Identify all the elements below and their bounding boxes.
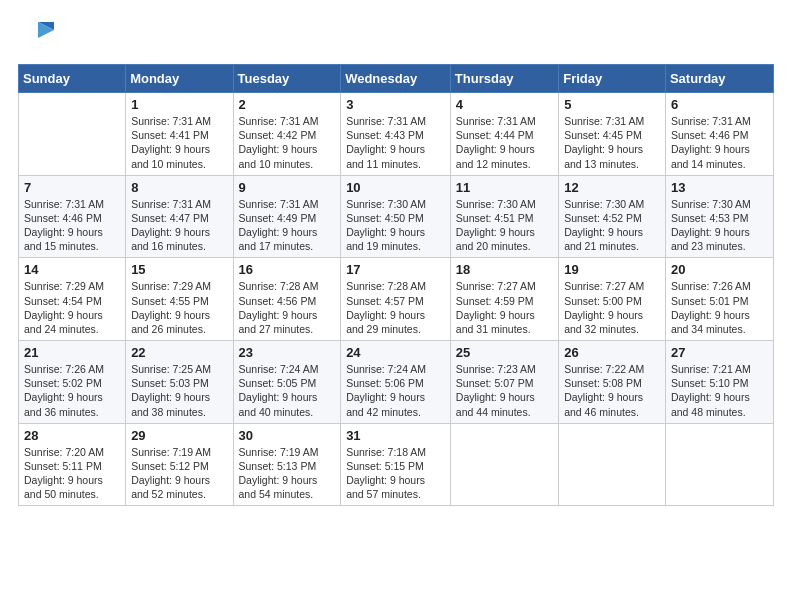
col-header-monday: Monday bbox=[126, 65, 233, 93]
day-info: Sunrise: 7:29 AMSunset: 4:54 PMDaylight:… bbox=[24, 279, 120, 336]
calendar-cell: 27Sunrise: 7:21 AMSunset: 5:10 PMDayligh… bbox=[665, 341, 773, 424]
day-number: 30 bbox=[239, 428, 336, 443]
calendar-cell: 17Sunrise: 7:28 AMSunset: 4:57 PMDayligh… bbox=[341, 258, 451, 341]
day-info: Sunrise: 7:20 AMSunset: 5:11 PMDaylight:… bbox=[24, 445, 120, 502]
day-number: 2 bbox=[239, 97, 336, 112]
week-row-3: 14Sunrise: 7:29 AMSunset: 4:54 PMDayligh… bbox=[19, 258, 774, 341]
header bbox=[18, 18, 774, 54]
calendar-cell: 31Sunrise: 7:18 AMSunset: 5:15 PMDayligh… bbox=[341, 423, 451, 506]
day-number: 20 bbox=[671, 262, 768, 277]
day-info: Sunrise: 7:31 AMSunset: 4:49 PMDaylight:… bbox=[239, 197, 336, 254]
day-info: Sunrise: 7:18 AMSunset: 5:15 PMDaylight:… bbox=[346, 445, 445, 502]
day-number: 19 bbox=[564, 262, 660, 277]
calendar-cell: 26Sunrise: 7:22 AMSunset: 5:08 PMDayligh… bbox=[559, 341, 666, 424]
day-info: Sunrise: 7:30 AMSunset: 4:53 PMDaylight:… bbox=[671, 197, 768, 254]
day-number: 8 bbox=[131, 180, 227, 195]
col-header-sunday: Sunday bbox=[19, 65, 126, 93]
calendar-cell: 23Sunrise: 7:24 AMSunset: 5:05 PMDayligh… bbox=[233, 341, 341, 424]
day-number: 18 bbox=[456, 262, 553, 277]
day-number: 17 bbox=[346, 262, 445, 277]
day-number: 7 bbox=[24, 180, 120, 195]
calendar-cell: 6Sunrise: 7:31 AMSunset: 4:46 PMDaylight… bbox=[665, 93, 773, 176]
day-info: Sunrise: 7:30 AMSunset: 4:52 PMDaylight:… bbox=[564, 197, 660, 254]
day-info: Sunrise: 7:27 AMSunset: 4:59 PMDaylight:… bbox=[456, 279, 553, 336]
calendar-cell bbox=[559, 423, 666, 506]
calendar-cell: 24Sunrise: 7:24 AMSunset: 5:06 PMDayligh… bbox=[341, 341, 451, 424]
calendar-cell: 25Sunrise: 7:23 AMSunset: 5:07 PMDayligh… bbox=[450, 341, 558, 424]
week-row-1: 1Sunrise: 7:31 AMSunset: 4:41 PMDaylight… bbox=[19, 93, 774, 176]
day-number: 12 bbox=[564, 180, 660, 195]
day-info: Sunrise: 7:31 AMSunset: 4:47 PMDaylight:… bbox=[131, 197, 227, 254]
calendar-cell: 7Sunrise: 7:31 AMSunset: 4:46 PMDaylight… bbox=[19, 175, 126, 258]
day-info: Sunrise: 7:31 AMSunset: 4:45 PMDaylight:… bbox=[564, 114, 660, 171]
calendar-cell: 1Sunrise: 7:31 AMSunset: 4:41 PMDaylight… bbox=[126, 93, 233, 176]
week-row-2: 7Sunrise: 7:31 AMSunset: 4:46 PMDaylight… bbox=[19, 175, 774, 258]
calendar-cell: 16Sunrise: 7:28 AMSunset: 4:56 PMDayligh… bbox=[233, 258, 341, 341]
logo bbox=[18, 18, 56, 54]
calendar-cell: 10Sunrise: 7:30 AMSunset: 4:50 PMDayligh… bbox=[341, 175, 451, 258]
day-number: 16 bbox=[239, 262, 336, 277]
day-number: 27 bbox=[671, 345, 768, 360]
calendar-table: SundayMondayTuesdayWednesdayThursdayFrid… bbox=[18, 64, 774, 506]
calendar-cell: 13Sunrise: 7:30 AMSunset: 4:53 PMDayligh… bbox=[665, 175, 773, 258]
calendar-cell: 18Sunrise: 7:27 AMSunset: 4:59 PMDayligh… bbox=[450, 258, 558, 341]
day-info: Sunrise: 7:19 AMSunset: 5:13 PMDaylight:… bbox=[239, 445, 336, 502]
calendar-cell bbox=[665, 423, 773, 506]
calendar-cell: 4Sunrise: 7:31 AMSunset: 4:44 PMDaylight… bbox=[450, 93, 558, 176]
day-number: 21 bbox=[24, 345, 120, 360]
day-info: Sunrise: 7:19 AMSunset: 5:12 PMDaylight:… bbox=[131, 445, 227, 502]
day-number: 4 bbox=[456, 97, 553, 112]
calendar-cell: 29Sunrise: 7:19 AMSunset: 5:12 PMDayligh… bbox=[126, 423, 233, 506]
calendar-cell: 2Sunrise: 7:31 AMSunset: 4:42 PMDaylight… bbox=[233, 93, 341, 176]
calendar-cell: 8Sunrise: 7:31 AMSunset: 4:47 PMDaylight… bbox=[126, 175, 233, 258]
calendar-cell: 21Sunrise: 7:26 AMSunset: 5:02 PMDayligh… bbox=[19, 341, 126, 424]
day-info: Sunrise: 7:31 AMSunset: 4:44 PMDaylight:… bbox=[456, 114, 553, 171]
day-number: 14 bbox=[24, 262, 120, 277]
calendar-cell: 20Sunrise: 7:26 AMSunset: 5:01 PMDayligh… bbox=[665, 258, 773, 341]
page: SundayMondayTuesdayWednesdayThursdayFrid… bbox=[0, 0, 792, 612]
day-info: Sunrise: 7:31 AMSunset: 4:42 PMDaylight:… bbox=[239, 114, 336, 171]
day-info: Sunrise: 7:31 AMSunset: 4:46 PMDaylight:… bbox=[671, 114, 768, 171]
calendar-cell: 28Sunrise: 7:20 AMSunset: 5:11 PMDayligh… bbox=[19, 423, 126, 506]
day-number: 24 bbox=[346, 345, 445, 360]
calendar-cell bbox=[19, 93, 126, 176]
col-header-thursday: Thursday bbox=[450, 65, 558, 93]
day-number: 1 bbox=[131, 97, 227, 112]
day-info: Sunrise: 7:29 AMSunset: 4:55 PMDaylight:… bbox=[131, 279, 227, 336]
calendar-cell: 19Sunrise: 7:27 AMSunset: 5:00 PMDayligh… bbox=[559, 258, 666, 341]
day-info: Sunrise: 7:31 AMSunset: 4:43 PMDaylight:… bbox=[346, 114, 445, 171]
col-header-saturday: Saturday bbox=[665, 65, 773, 93]
day-info: Sunrise: 7:30 AMSunset: 4:50 PMDaylight:… bbox=[346, 197, 445, 254]
day-number: 25 bbox=[456, 345, 553, 360]
calendar-cell: 3Sunrise: 7:31 AMSunset: 4:43 PMDaylight… bbox=[341, 93, 451, 176]
day-info: Sunrise: 7:24 AMSunset: 5:05 PMDaylight:… bbox=[239, 362, 336, 419]
calendar-cell: 30Sunrise: 7:19 AMSunset: 5:13 PMDayligh… bbox=[233, 423, 341, 506]
day-number: 6 bbox=[671, 97, 768, 112]
day-number: 23 bbox=[239, 345, 336, 360]
calendar-cell: 9Sunrise: 7:31 AMSunset: 4:49 PMDaylight… bbox=[233, 175, 341, 258]
day-number: 5 bbox=[564, 97, 660, 112]
day-number: 3 bbox=[346, 97, 445, 112]
day-number: 28 bbox=[24, 428, 120, 443]
calendar-cell: 15Sunrise: 7:29 AMSunset: 4:55 PMDayligh… bbox=[126, 258, 233, 341]
col-header-friday: Friday bbox=[559, 65, 666, 93]
day-number: 13 bbox=[671, 180, 768, 195]
day-info: Sunrise: 7:21 AMSunset: 5:10 PMDaylight:… bbox=[671, 362, 768, 419]
day-number: 31 bbox=[346, 428, 445, 443]
day-info: Sunrise: 7:28 AMSunset: 4:57 PMDaylight:… bbox=[346, 279, 445, 336]
day-number: 15 bbox=[131, 262, 227, 277]
calendar-cell bbox=[450, 423, 558, 506]
week-row-4: 21Sunrise: 7:26 AMSunset: 5:02 PMDayligh… bbox=[19, 341, 774, 424]
day-number: 26 bbox=[564, 345, 660, 360]
calendar-cell: 12Sunrise: 7:30 AMSunset: 4:52 PMDayligh… bbox=[559, 175, 666, 258]
day-info: Sunrise: 7:24 AMSunset: 5:06 PMDaylight:… bbox=[346, 362, 445, 419]
day-number: 11 bbox=[456, 180, 553, 195]
day-info: Sunrise: 7:31 AMSunset: 4:46 PMDaylight:… bbox=[24, 197, 120, 254]
day-info: Sunrise: 7:22 AMSunset: 5:08 PMDaylight:… bbox=[564, 362, 660, 419]
week-row-5: 28Sunrise: 7:20 AMSunset: 5:11 PMDayligh… bbox=[19, 423, 774, 506]
calendar-cell: 22Sunrise: 7:25 AMSunset: 5:03 PMDayligh… bbox=[126, 341, 233, 424]
day-info: Sunrise: 7:30 AMSunset: 4:51 PMDaylight:… bbox=[456, 197, 553, 254]
col-header-wednesday: Wednesday bbox=[341, 65, 451, 93]
calendar-cell: 14Sunrise: 7:29 AMSunset: 4:54 PMDayligh… bbox=[19, 258, 126, 341]
day-info: Sunrise: 7:26 AMSunset: 5:01 PMDaylight:… bbox=[671, 279, 768, 336]
